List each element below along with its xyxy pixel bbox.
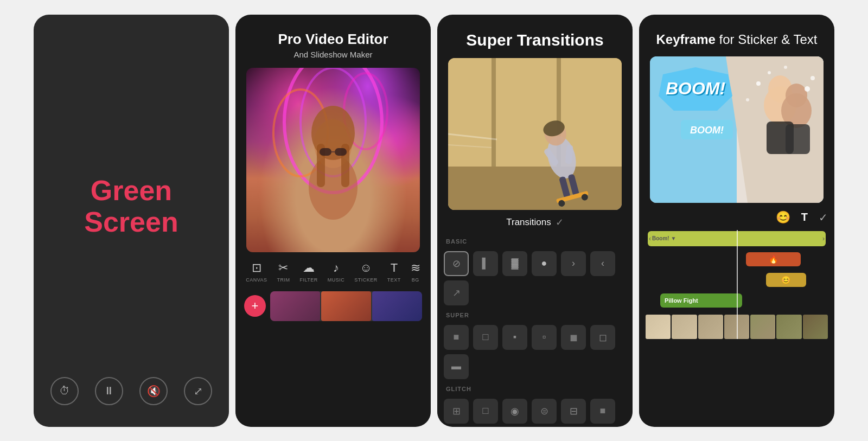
glitch-t5[interactable]: ⊟ [561, 399, 586, 424]
boom-track-label: Boom! ▼ [652, 235, 676, 241]
tool-bg[interactable]: ≋ BG [411, 261, 420, 283]
skateboarder-svg [448, 58, 622, 210]
super-t5[interactable]: ◼ [561, 325, 586, 350]
transitions-section: BASIC ⊘ ▌ ▓ ● › ‹ ↗ SUPER ■ □ ▪ ▫ ◼ ◻ ▬ … [437, 235, 633, 427]
super-t3[interactable]: ▪ [502, 325, 527, 350]
super-t2[interactable]: □ [473, 325, 498, 350]
transition-dots[interactable]: ▓ [502, 251, 527, 276]
girl-photo [246, 68, 420, 252]
arrow-right-icon: › [572, 258, 575, 269]
screen4-keyframe: Keyframe for Sticker & Text [639, 15, 834, 427]
transition-diagonal[interactable]: ↗ [444, 280, 469, 305]
glitch-t3[interactable]: ◉ [502, 399, 527, 424]
super-t4[interactable]: ▫ [532, 325, 557, 350]
screen4-heading: Keyframe for Sticker & Text [656, 31, 817, 48]
glitch-t1[interactable]: ⊞ [444, 399, 469, 424]
fire-icon: 🔥 [769, 255, 778, 264]
bg-label: BG [412, 277, 419, 283]
left-handle[interactable]: ‹ [649, 235, 651, 242]
thumb-3 [698, 315, 723, 339]
keyframe-bold: Keyframe [656, 32, 715, 47]
music-icon: ♪ [333, 261, 339, 275]
tool-sticker[interactable]: ☺ STICKER [354, 261, 378, 283]
screen1-green-screen: Green Screen ⏱ ⏸ 🔇 ⤢ [34, 15, 229, 427]
glitch-t4-icon: ⊜ [540, 405, 548, 417]
svg-point-36 [768, 71, 771, 74]
thumb-5 [750, 315, 775, 339]
thumb-1 [646, 315, 671, 339]
thumb-2 [672, 315, 697, 339]
pause-button[interactable]: ⏸ [95, 377, 123, 405]
super-t3-icon: ▪ [513, 331, 516, 343]
super-t7[interactable]: ▬ [444, 354, 469, 379]
glitch-t2[interactable]: □ [473, 399, 498, 424]
super-t1-icon: ■ [454, 331, 459, 343]
keyframe-regular: for Sticker & Text [716, 32, 818, 47]
fade-icon: ▌ [482, 258, 489, 269]
green-screen-title-area: Green Screen [50, 36, 213, 377]
svg-point-38 [746, 98, 749, 101]
arrow-left-icon: ‹ [601, 258, 604, 269]
green-screen-heading: Green Screen [50, 175, 213, 237]
glitch-t6[interactable]: ■ [590, 399, 615, 424]
glitch-t1-icon: ⊞ [452, 405, 461, 417]
svg-rect-15 [448, 167, 622, 210]
tools-row: ⊡ CANVAS ✂ TRIM ☁ FILTER ♪ MUSIC ☺ STICK… [235, 252, 431, 287]
emoji-kf-track[interactable]: 😊 [766, 273, 806, 287]
tool-text[interactable]: T TEXT [387, 261, 401, 283]
super-t6[interactable]: ◻ [590, 325, 615, 350]
svg-point-39 [810, 76, 815, 80]
circle-icon: ● [541, 258, 547, 269]
transition-arrow-right[interactable]: › [561, 251, 586, 276]
screen2-header: Pro Video Editor And Slideshow Maker [267, 15, 399, 68]
tool-music[interactable]: ♪ MUSIC [328, 261, 345, 283]
filter-label: FILTER [299, 277, 317, 283]
fullscreen-button[interactable]: ⤢ [184, 377, 212, 405]
glitch-transitions-grid: ⊞ □ ◉ ⊜ ⊟ ■ [444, 395, 626, 427]
tool-filter[interactable]: ☁ FILTER [299, 261, 317, 283]
transition-fade[interactable]: ▌ [473, 251, 498, 276]
clip-3 [372, 291, 422, 321]
glitch-t4[interactable]: ⊜ [532, 399, 557, 424]
keyframe-video-preview: BOOM! BOOM! [650, 56, 824, 203]
svg-point-40 [784, 66, 787, 69]
fire-kf-track[interactable]: 🔥 [746, 252, 801, 266]
bg-icon: ≋ [411, 261, 420, 275]
super-t1[interactable]: ■ [444, 325, 469, 350]
bottom-controls: ⏱ ⏸ 🔇 ⤢ [50, 377, 212, 405]
tool-trim[interactable]: ✂ TRIM [277, 261, 290, 283]
timer-button[interactable]: ⏱ [50, 377, 79, 405]
super-transitions-grid: ■ □ ▪ ▫ ◼ ◻ ▬ [444, 322, 626, 382]
super-section-label: SUPER [444, 309, 626, 322]
mute-button[interactable]: 🔇 [139, 377, 168, 405]
smile-icon: 😊 [781, 276, 790, 284]
screen2-heading: Pro Video Editor [278, 31, 388, 48]
confirm-icon[interactable]: ✓ [819, 211, 828, 224]
clip-2 [321, 291, 371, 321]
svg-point-34 [786, 84, 807, 107]
skate-video-preview [448, 58, 622, 210]
svg-text:BOOM!: BOOM! [690, 125, 724, 136]
basic-transitions-grid: ⊘ ▌ ▓ ● › ‹ ↗ [444, 248, 626, 309]
screen3-heading: Super Transitions [448, 31, 622, 49]
basic-section-label: BASIC [444, 235, 626, 248]
pillow-fight-label: Pillow Fight [665, 297, 698, 304]
tool-canvas[interactable]: ⊡ CANVAS [246, 261, 267, 283]
super-t7-icon: ▬ [451, 361, 461, 372]
screen2-subheading: And Slideshow Maker [278, 50, 388, 59]
add-clip-button[interactable]: + [244, 295, 266, 317]
smiley-icon[interactable]: 😊 [776, 210, 790, 225]
right-handle[interactable]: › [822, 235, 825, 242]
transition-none[interactable]: ⊘ [444, 251, 469, 276]
boom-sticker-2: BOOM! [680, 119, 734, 143]
svg-point-37 [805, 86, 810, 92]
svg-rect-9 [320, 148, 331, 156]
neon-rings-svg [246, 68, 420, 252]
screen3-header: Super Transitions [437, 15, 633, 58]
dots-icon: ▓ [511, 258, 518, 269]
glitch-t3-icon: ◉ [510, 405, 519, 417]
text-type-icon[interactable]: T [801, 211, 808, 223]
pillow-fight-kf-track[interactable]: Pillow Fight [660, 293, 742, 308]
transition-arrow-left[interactable]: ‹ [590, 251, 615, 276]
transition-circle[interactable]: ● [532, 251, 557, 276]
